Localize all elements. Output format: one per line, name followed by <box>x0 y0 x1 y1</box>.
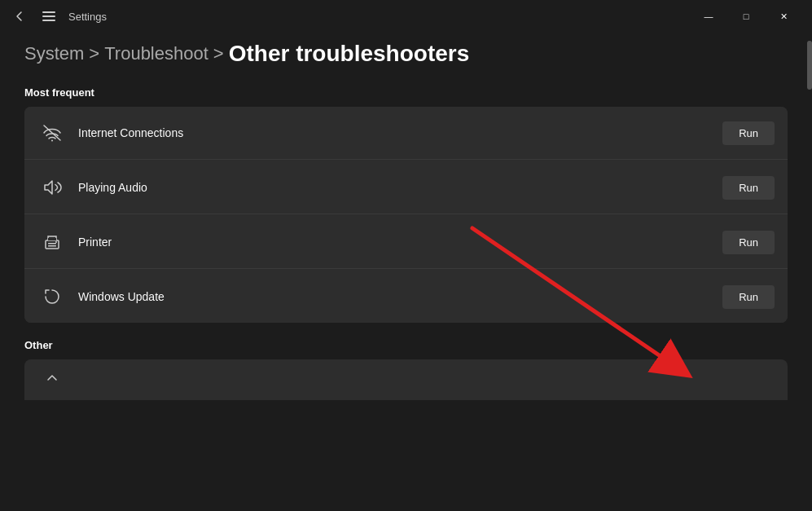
maximize-button[interactable]: □ <box>727 3 765 29</box>
internet-connections-icon <box>37 118 67 148</box>
scrollbar-thumb[interactable] <box>807 41 812 90</box>
breadcrumb-separator-2: > <box>213 43 224 64</box>
svg-point-6 <box>55 241 57 243</box>
windows-update-run-button[interactable]: Run <box>722 285 775 309</box>
playing-audio-icon <box>37 173 67 202</box>
internet-connections-run-button[interactable]: Run <box>722 121 775 145</box>
list-item: Printer Run <box>24 216 788 269</box>
printer-label: Printer <box>78 236 722 249</box>
playing-audio-label: Playing Audio <box>78 181 722 194</box>
back-button[interactable] <box>10 7 29 26</box>
svg-line-1 <box>44 126 60 140</box>
window-title: Settings <box>68 11 107 23</box>
scrollbar-track[interactable] <box>807 33 812 511</box>
minimize-button[interactable]: — <box>690 3 727 29</box>
printer-run-button[interactable]: Run <box>722 231 775 254</box>
breadcrumb-current: Other troubleshooters <box>229 41 470 67</box>
breadcrumb-troubleshoot[interactable]: Troubleshoot <box>104 43 208 64</box>
hamburger-icon <box>42 11 55 21</box>
svg-point-0 <box>51 140 53 142</box>
title-bar: Settings — □ ✕ <box>0 0 812 33</box>
internet-connections-label: Internet Connections <box>78 126 722 139</box>
playing-audio-run-button[interactable]: Run <box>722 176 775 200</box>
list-item: Internet Connections Run <box>24 107 788 160</box>
window-controls: — □ ✕ <box>690 3 802 29</box>
list-item: Playing Audio Run <box>24 161 788 214</box>
printer-icon <box>37 227 67 257</box>
breadcrumb: System > Troubleshoot > Other troublesho… <box>24 41 788 67</box>
close-button[interactable]: ✕ <box>765 3 802 29</box>
svg-rect-3 <box>48 243 56 244</box>
most-frequent-label: Most frequent <box>24 86 788 99</box>
svg-rect-4 <box>48 245 56 247</box>
hamburger-menu-button[interactable] <box>39 7 59 26</box>
other-item-partial <box>24 359 788 400</box>
other-section: Other <box>24 339 788 400</box>
other-item-icon <box>37 365 67 394</box>
breadcrumb-separator-1: > <box>89 43 99 64</box>
svg-rect-5 <box>48 238 56 240</box>
windows-update-label: Windows Update <box>78 290 722 303</box>
windows-update-icon <box>37 282 67 311</box>
main-content: System > Troubleshoot > Other troublesho… <box>0 33 812 408</box>
title-bar-left: Settings <box>10 7 107 26</box>
list-item: Windows Update Run <box>24 271 788 323</box>
other-label: Other <box>24 339 788 351</box>
most-frequent-list: Internet Connections Run Playing Audio R… <box>24 107 788 323</box>
breadcrumb-system[interactable]: System <box>24 43 84 64</box>
